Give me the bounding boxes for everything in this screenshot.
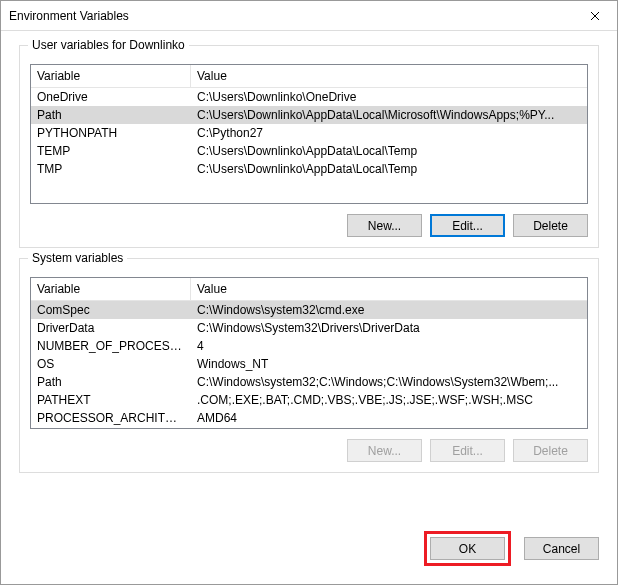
system-vars-group: System variables Variable Value ComSpecC…	[19, 258, 599, 473]
new-button[interactable]: New...	[347, 214, 422, 237]
system-vars-list[interactable]: Variable Value ComSpecC:\Windows\system3…	[30, 277, 588, 429]
table-row[interactable]: PROCESSOR_ARCHITECTUREAMD64	[31, 409, 587, 427]
window-title: Environment Variables	[9, 9, 572, 23]
titlebar: Environment Variables	[1, 1, 617, 31]
delete-button[interactable]: Delete	[513, 439, 588, 462]
table-row[interactable]: DriverDataC:\Windows\System32\Drivers\Dr…	[31, 319, 587, 337]
user-vars-buttons: New... Edit... Delete	[30, 214, 588, 237]
edit-button[interactable]: Edit...	[430, 439, 505, 462]
table-row[interactable]: OneDriveC:\Users\Downlinko\OneDrive	[31, 88, 587, 106]
new-button[interactable]: New...	[347, 439, 422, 462]
system-vars-header: Variable Value	[31, 278, 587, 301]
table-row[interactable]: PathC:\Users\Downlinko\AppData\Local\Mic…	[31, 106, 587, 124]
edit-button[interactable]: Edit...	[430, 214, 505, 237]
user-vars-group: User variables for Downlinko Variable Va…	[19, 45, 599, 248]
close-button[interactable]	[572, 1, 617, 31]
col-value[interactable]: Value	[191, 65, 587, 87]
table-row[interactable]: TEMPC:\Users\Downlinko\AppData\Local\Tem…	[31, 142, 587, 160]
user-vars-list[interactable]: Variable Value OneDriveC:\Users\Downlink…	[30, 64, 588, 204]
table-row[interactable]: PYTHONPATHC:\Python27	[31, 124, 587, 142]
ok-button[interactable]: OK	[430, 537, 505, 560]
user-vars-header: Variable Value	[31, 65, 587, 88]
table-row[interactable]: TMPC:\Users\Downlinko\AppData\Local\Temp	[31, 160, 587, 178]
table-row[interactable]: OSWindows_NT	[31, 355, 587, 373]
dialog-content: User variables for Downlinko Variable Va…	[1, 31, 617, 523]
ok-highlight: OK	[424, 531, 511, 566]
table-row[interactable]: NUMBER_OF_PROCESSORS4	[31, 337, 587, 355]
table-row[interactable]: ComSpecC:\Windows\system32\cmd.exe	[31, 301, 587, 319]
user-vars-label: User variables for Downlinko	[28, 38, 189, 52]
system-vars-label: System variables	[28, 251, 127, 265]
delete-button[interactable]: Delete	[513, 214, 588, 237]
col-variable[interactable]: Variable	[31, 65, 191, 87]
col-variable[interactable]: Variable	[31, 278, 191, 300]
table-row[interactable]: PATHEXT.COM;.EXE;.BAT;.CMD;.VBS;.VBE;.JS…	[31, 391, 587, 409]
table-row[interactable]: PathC:\Windows\system32;C:\Windows;C:\Wi…	[31, 373, 587, 391]
system-vars-buttons: New... Edit... Delete	[30, 439, 588, 462]
cancel-button[interactable]: Cancel	[524, 537, 599, 560]
env-vars-dialog: Environment Variables User variables for…	[0, 0, 618, 585]
dialog-footer: OK Cancel	[1, 523, 617, 584]
col-value[interactable]: Value	[191, 278, 587, 300]
close-icon	[590, 11, 600, 21]
